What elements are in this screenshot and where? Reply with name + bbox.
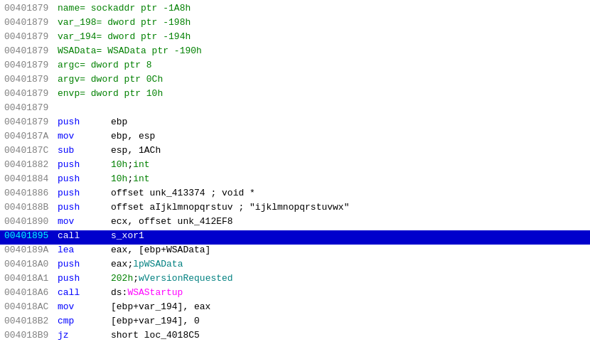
disasm-address: 00401879: [4, 3, 58, 14]
disasm-line[interactable]: 004018ACmov[ebp+var_194], eax: [0, 301, 590, 316]
disasm-mnemonic: mov: [58, 301, 111, 312]
disasm-operand: ebp: [111, 117, 127, 127]
disasm-operand: eax, [ebp+WSAData]: [111, 245, 210, 255]
disasm-operand: int: [133, 173, 149, 184]
disasm-address: 00401884: [4, 173, 58, 184]
disasm-mnemonic: mov: [58, 216, 111, 227]
disasm-operand: offset aIjklmnopqrstuv ; "ijklmnopqrstuv…: [111, 202, 349, 213]
disasm-operand: wVersionRequested: [139, 273, 233, 284]
disasm-address: 00401879: [4, 31, 58, 42]
disasm-operand: argv= dword ptr 0Ch: [58, 74, 163, 85]
disasm-line[interactable]: 00401895calls_xor1: [0, 230, 590, 245]
disasm-operand: lpWSAData: [133, 259, 183, 269]
disasm-address: 004018AC: [4, 301, 58, 312]
disasm-operand: argc= dword ptr 8: [58, 60, 152, 70]
disasm-operand: int: [133, 159, 149, 170]
disasm-address: 004018A1: [4, 273, 58, 284]
disasm-operand: ;: [127, 173, 133, 184]
disasm-address: 00401879: [4, 74, 58, 85]
disasm-address: 004018A6: [4, 287, 58, 298]
disasm-operand: esp, 1ACh: [111, 145, 161, 156]
disasm-address: 00401879: [4, 102, 58, 113]
disasm-operand: short loc_4018C5: [111, 330, 200, 341]
disasm-mnemonic: call: [58, 230, 111, 241]
disasm-address: 00401879: [4, 46, 58, 56]
disasm-mnemonic: call: [58, 287, 111, 298]
disasm-mnemonic: push: [58, 273, 111, 284]
disasm-operand: offset unk_413374 ; void *: [111, 188, 255, 198]
disasm-address: 004018A0: [4, 259, 58, 269]
disasm-address: 0040188B: [4, 202, 58, 213]
disasm-mnemonic: lea: [58, 245, 111, 255]
disasm-operand: 10h: [111, 173, 127, 184]
disasm-operand: ebp, esp: [111, 131, 155, 141]
disasm-operand: ;: [127, 159, 133, 170]
disasm-operand: envp= dword ptr 10h: [58, 88, 163, 99]
disasm-operand: name= sockaddr ptr -1A8h: [58, 3, 191, 14]
disasm-operand: [ebp+var_194], 0: [111, 316, 200, 326]
disasm-mnemonic: jz: [58, 330, 111, 341]
disasm-address: 004018B2: [4, 316, 58, 326]
disasm-line[interactable]: 0040189Aleaeax, [ebp+WSAData]: [0, 245, 590, 259]
disasm-operand: 10h: [111, 159, 127, 170]
disasm-operand: var_198= dword ptr -198h: [58, 17, 191, 28]
disasm-address: 0040187C: [4, 145, 58, 156]
disasm-address: 00401882: [4, 159, 58, 170]
disasm-line[interactable]: 00401879var_198= dword ptr -198h: [0, 17, 590, 31]
disasm-mnemonic: push: [58, 188, 111, 198]
disasm-operand: ;: [133, 273, 139, 284]
disasm-line[interactable]: 004018B2cmp[ebp+var_194], 0: [0, 316, 590, 330]
disasm-line[interactable]: 00401886pushoffset unk_413374 ; void *: [0, 188, 590, 202]
disasm-operand: ds:: [111, 287, 127, 298]
disasm-operand: 202h: [111, 273, 133, 284]
disasm-line[interactable]: 00401879argv= dword ptr 0Ch: [0, 74, 590, 88]
disasm-address: 00401890: [4, 216, 58, 227]
disasm-operand: [ebp+var_194], eax: [111, 301, 210, 312]
disasm-operand: WSAData= WSAData ptr -190h: [58, 46, 202, 56]
disasm-mnemonic: sub: [58, 145, 111, 156]
disasm-line[interactable]: 00401879: [0, 102, 590, 117]
disasm-line[interactable]: 0040187Csubesp, 1ACh: [0, 145, 590, 159]
disasm-mnemonic: mov: [58, 131, 111, 141]
disasm-mnemonic: push: [58, 117, 111, 127]
disasm-operand: ;: [127, 259, 133, 269]
disasm-mnemonic: push: [58, 159, 111, 170]
disasm-address: 00401879: [4, 60, 58, 70]
disasm-line[interactable]: 004018B9jzshort loc_4018C5: [0, 330, 590, 344]
disasm-line[interactable]: 0040187Amovebp, esp: [0, 131, 590, 145]
disasm-operand: ecx, offset unk_412EF8: [111, 216, 233, 227]
disasm-mnemonic: push: [58, 173, 111, 184]
disasm-address: 0040189A: [4, 245, 58, 255]
disasm-line[interactable]: 00401879WSAData= WSAData ptr -190h: [0, 46, 590, 60]
disasm-mnemonic: push: [58, 259, 111, 269]
disasm-operand: var_194= dword ptr -194h: [58, 31, 191, 42]
disasm-line[interactable]: 004018A1push202h ; wVersionRequested: [0, 273, 590, 287]
disasm-address: 00401879: [4, 88, 58, 99]
disasm-line[interactable]: 00401879name= sockaddr ptr -1A8h: [0, 3, 590, 17]
disasm-operand: s_xor1: [111, 230, 144, 241]
disasm-address: 00401879: [4, 117, 58, 127]
disasm-line[interactable]: 00401879envp= dword ptr 10h: [0, 88, 590, 102]
disasm-operand: eax: [111, 259, 127, 269]
disasm-line[interactable]: 00401884push10h ; int: [0, 173, 590, 188]
disasm-mnemonic: cmp: [58, 316, 111, 326]
disasm-line[interactable]: 0040188Bpushoffset aIjklmnopqrstuv ; "ij…: [0, 202, 590, 216]
disasm-line[interactable]: 004018A0pusheax ; lpWSAData: [0, 259, 590, 273]
disasm-address: 00401879: [4, 17, 58, 28]
disasm-address: 00401886: [4, 188, 58, 198]
disasm-line[interactable]: 00401879argc= dword ptr 8: [0, 60, 590, 74]
disasm-address: 0040187A: [4, 131, 58, 141]
disasm-line[interactable]: 004018A6callds:WSAStartup: [0, 287, 590, 301]
disasm-operand: WSAStartup: [127, 287, 183, 298]
disassembly-container: 00401879name= sockaddr ptr -1A8h00401879…: [0, 0, 590, 364]
disasm-mnemonic: push: [58, 202, 111, 213]
disasm-line[interactable]: 00401890movecx, offset unk_412EF8: [0, 216, 590, 230]
disasm-line[interactable]: 00401882push10h ; int: [0, 159, 590, 173]
disasm-line[interactable]: 00401879pushebp: [0, 117, 590, 131]
disasm-line[interactable]: 00401879var_194= dword ptr -194h: [0, 31, 590, 46]
disasm-address: 00401895: [4, 230, 58, 241]
disasm-address: 004018B9: [4, 330, 58, 341]
